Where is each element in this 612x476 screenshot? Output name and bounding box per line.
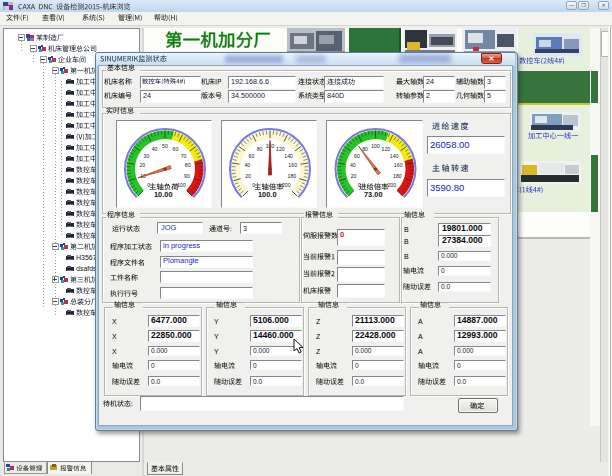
svg-text:90: 90 — [184, 173, 190, 179]
svg-text:180: 180 — [393, 173, 402, 179]
svg-text:40: 40 — [244, 162, 250, 168]
svg-text:20: 20 — [351, 173, 357, 179]
svg-text:140: 140 — [390, 153, 399, 159]
svg-text:160: 160 — [288, 162, 297, 168]
svg-text:80: 80 — [185, 162, 191, 168]
svg-text:20: 20 — [139, 162, 145, 168]
svg-text:40: 40 — [350, 162, 356, 168]
svg-text:20: 20 — [245, 173, 251, 179]
svg-text:180: 180 — [288, 173, 297, 179]
svg-text:120: 120 — [382, 146, 391, 152]
svg-text:140: 140 — [284, 153, 293, 159]
svg-text:80: 80 — [362, 146, 368, 152]
svg-text:120: 120 — [276, 146, 285, 152]
svg-text:60: 60 — [249, 153, 255, 159]
svg-text:60: 60 — [173, 146, 179, 152]
svg-text:160: 160 — [394, 162, 403, 168]
svg-text:40: 40 — [152, 146, 158, 152]
svg-text:100: 100 — [371, 143, 380, 149]
svg-text:60: 60 — [354, 153, 360, 159]
svg-text:30: 30 — [144, 153, 150, 159]
svg-text:80: 80 — [257, 146, 263, 152]
svg-text:70: 70 — [181, 153, 187, 159]
svg-text:50: 50 — [162, 143, 168, 149]
svg-text:200: 200 — [387, 182, 396, 188]
